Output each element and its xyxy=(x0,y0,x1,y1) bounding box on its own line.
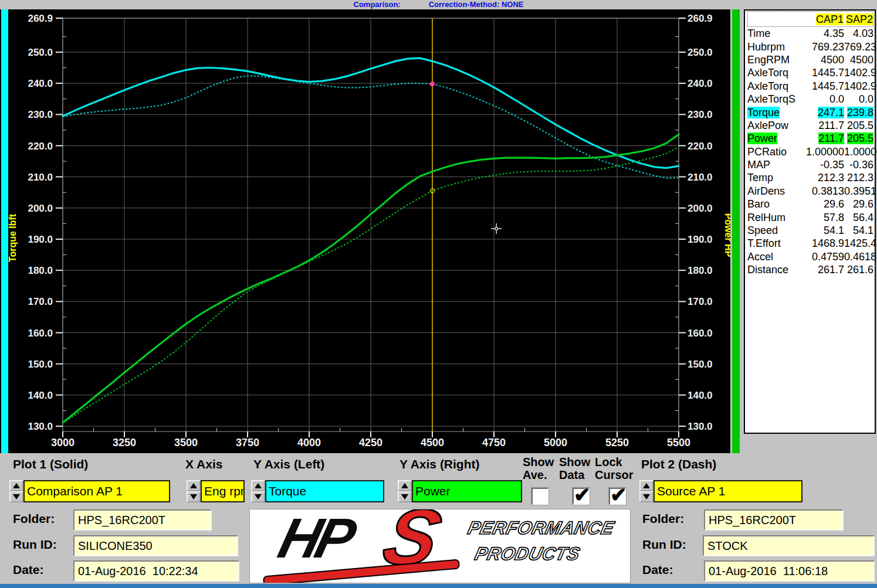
svg-text:3500: 3500 xyxy=(174,437,198,448)
svg-text:3250: 3250 xyxy=(113,437,136,448)
svg-text:260.9: 260.9 xyxy=(28,13,53,24)
table-row: Torque247.1239.8 xyxy=(747,106,873,118)
yright-spin-up-button[interactable] xyxy=(398,480,412,491)
table-row: Distance261.7261.6 xyxy=(747,263,873,276)
hps-logo: HP S PERFORMANCE PRODUCTS xyxy=(249,509,631,583)
plot2-select[interactable]: Source AP 1 xyxy=(653,480,802,502)
svg-text:5250: 5250 xyxy=(605,437,629,448)
svg-text:150.0: 150.0 xyxy=(688,359,713,370)
table-row: Power211.7205.5 xyxy=(747,132,873,145)
plot2-spin-down-button[interactable] xyxy=(639,491,653,502)
hps-logo-hp-text: HP xyxy=(272,509,358,570)
yright-label: Y Axis (Right) xyxy=(399,457,480,471)
svg-text:4750: 4750 xyxy=(482,437,506,448)
table-row: EngRPM45004500 xyxy=(747,53,873,66)
date-label-right: Date: xyxy=(642,563,673,577)
date-field-left[interactable] xyxy=(73,560,239,582)
xaxis-spinner xyxy=(187,480,201,502)
title-bar: Comparison: Correction-Method: NONE xyxy=(0,0,877,9)
svg-text:200.0: 200.0 xyxy=(28,203,53,214)
comparison-label: Comparison: xyxy=(354,1,401,9)
bottom-accent-bar xyxy=(0,584,877,588)
svg-text:250.0: 250.0 xyxy=(688,47,713,58)
show-data-checkbox[interactable]: ✔ xyxy=(573,488,590,505)
yright-spinner xyxy=(398,480,412,502)
show-ave-checkbox[interactable] xyxy=(531,488,548,505)
yleft-spin-down-button[interactable] xyxy=(251,491,265,502)
up-arrow-icon xyxy=(190,483,197,488)
table-row: AxleTorq1445.71402.9 xyxy=(747,80,873,93)
table-row: Baro29.629.6 xyxy=(747,198,873,210)
hps-logo-products-text: PRODUCTS xyxy=(473,543,582,565)
svg-text:140.0: 140.0 xyxy=(688,390,713,401)
right-axis-color-strip xyxy=(732,9,740,453)
yleft-spin-up-button[interactable] xyxy=(251,480,265,491)
svg-text:230.0: 230.0 xyxy=(688,109,713,120)
runid-field-left[interactable] xyxy=(73,535,238,556)
plot1-spin-down-button[interactable] xyxy=(9,491,23,502)
table-row: Speed54.154.1 xyxy=(747,224,873,237)
chart-area: 260.9260.9250.0250.0240.0240.0230.0230.0… xyxy=(0,9,730,453)
svg-text:240.0: 240.0 xyxy=(688,78,713,89)
svg-text:4000: 4000 xyxy=(297,437,321,448)
lock-cursor-checkbox[interactable]: ✔ xyxy=(609,488,626,505)
folder-field-right[interactable] xyxy=(704,509,844,531)
down-arrow-icon xyxy=(13,494,20,499)
runid-label-right: Run ID: xyxy=(642,538,686,552)
svg-text:210.0: 210.0 xyxy=(688,172,713,183)
xaxis-spin-up-button[interactable] xyxy=(187,480,201,491)
svg-text:220.0: 220.0 xyxy=(28,141,53,152)
svg-text:250.0: 250.0 xyxy=(28,47,53,58)
svg-text:130.0: 130.0 xyxy=(28,421,53,432)
lock-cursor-label: Lock Cursor xyxy=(595,456,634,481)
table-row: T.Effort1468.91425.4 xyxy=(747,237,873,250)
svg-text:190.0: 190.0 xyxy=(28,234,53,245)
svg-text:170.0: 170.0 xyxy=(688,296,713,307)
dyno-app-window: { "header": { "comparison_label": "Compa… xyxy=(0,0,877,588)
table-body: Time4.354.03Hubrpm769.23769.23EngRPM4500… xyxy=(747,27,873,276)
plot1-select[interactable]: Comparison AP 1 xyxy=(23,480,170,502)
folder-field-left[interactable] xyxy=(73,509,212,531)
table-row: Time4.354.03 xyxy=(747,27,873,40)
svg-text:140.0: 140.0 xyxy=(28,390,53,401)
svg-text:180.0: 180.0 xyxy=(28,265,53,276)
svg-text:180.0: 180.0 xyxy=(688,265,713,276)
svg-text:130.0: 130.0 xyxy=(688,421,713,432)
down-arrow-icon xyxy=(190,494,197,499)
svg-text:4250: 4250 xyxy=(359,437,382,448)
plot1-spin-up-button[interactable] xyxy=(9,480,23,491)
svg-text:190.0: 190.0 xyxy=(688,234,713,245)
runid-label-left: Run ID: xyxy=(13,538,57,552)
mouse-crosshair-icon xyxy=(491,223,502,234)
show-data-label: Show Data xyxy=(559,456,590,481)
xaxis-spin-down-button[interactable] xyxy=(187,491,201,502)
yright-spin-down-button[interactable] xyxy=(398,491,412,502)
svg-text:160.0: 160.0 xyxy=(688,328,713,339)
yright-select[interactable]: Power xyxy=(412,480,522,502)
svg-text:220.0: 220.0 xyxy=(688,141,713,152)
yleft-select[interactable]: Torque xyxy=(265,480,384,502)
svg-text:150.0: 150.0 xyxy=(28,359,53,370)
date-field-right[interactable] xyxy=(704,560,875,582)
svg-text:3750: 3750 xyxy=(236,437,259,448)
table-row: AxlePow211.7205.5 xyxy=(747,119,873,132)
svg-text:3000: 3000 xyxy=(51,437,75,448)
runid-field-right[interactable] xyxy=(703,535,875,556)
plot2-spin-up-button[interactable] xyxy=(639,480,653,491)
up-arrow-icon xyxy=(13,483,20,488)
sap2-column-header: SAP2 xyxy=(846,13,873,25)
down-arrow-icon xyxy=(255,494,262,499)
svg-text:170.0: 170.0 xyxy=(28,296,53,307)
svg-text:210.0: 210.0 xyxy=(28,172,53,183)
table-row: Accel0.47590.4618 xyxy=(747,250,873,263)
data-table-panel: CAP1 SAP2 Time4.354.03Hubrpm769.23769.23… xyxy=(744,9,876,434)
table-row: Hubrpm769.23769.23 xyxy=(747,40,873,53)
svg-text:260.9: 260.9 xyxy=(688,13,713,24)
svg-text:5500: 5500 xyxy=(667,437,690,448)
plot2-label: Plot 2 (Dash) xyxy=(641,457,716,471)
xaxis-label: X Axis xyxy=(185,457,222,471)
dyno-chart[interactable]: 260.9260.9250.0250.0240.0240.0230.0230.0… xyxy=(0,9,730,453)
table-row: AxleTorq1445.71402.9 xyxy=(747,66,873,79)
correction-method-label: Correction-Method: NONE xyxy=(429,1,524,9)
xaxis-select[interactable]: Eng rpm xyxy=(201,480,245,502)
